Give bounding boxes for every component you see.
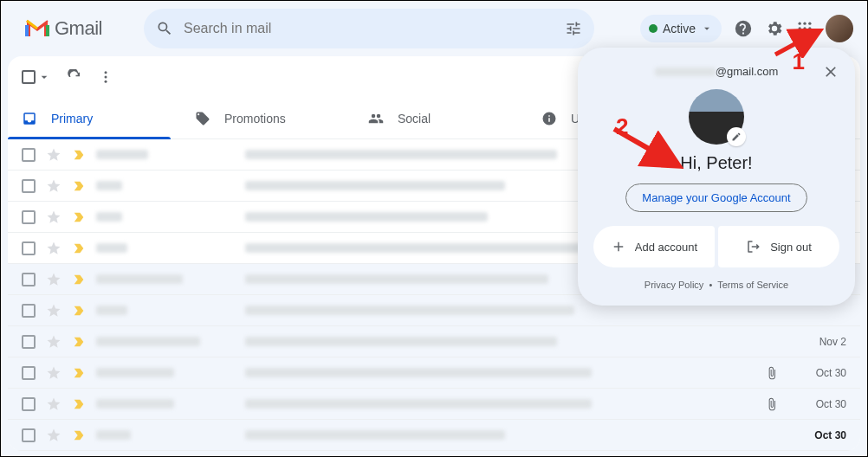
signout-icon bbox=[746, 239, 761, 254]
account-email: @gmail.com bbox=[655, 63, 778, 79]
sender-cell bbox=[96, 397, 235, 411]
checkbox-icon bbox=[22, 70, 36, 84]
svg-point-10 bbox=[105, 76, 107, 79]
tab-label: Social bbox=[398, 112, 431, 126]
sender-cell bbox=[96, 210, 235, 224]
date-cell: Oct 30 bbox=[794, 367, 846, 379]
row-checkbox[interactable] bbox=[22, 179, 36, 193]
search-bar[interactable] bbox=[144, 9, 594, 48]
important-icon[interactable] bbox=[72, 366, 86, 380]
svg-point-0 bbox=[799, 23, 801, 25]
add-account-button[interactable]: Add account bbox=[593, 226, 715, 267]
caret-down-icon bbox=[37, 70, 51, 84]
important-icon[interactable] bbox=[72, 241, 86, 255]
star-icon[interactable] bbox=[46, 147, 62, 163]
status-chip[interactable]: Active bbox=[640, 15, 722, 42]
tab-social[interactable]: Social bbox=[354, 98, 528, 138]
tab-label: Promotions bbox=[224, 112, 286, 126]
date-cell: Oct 30 bbox=[794, 429, 846, 441]
star-icon[interactable] bbox=[46, 209, 62, 225]
edit-avatar-icon[interactable] bbox=[727, 127, 746, 146]
star-icon[interactable] bbox=[46, 303, 62, 319]
search-icon bbox=[156, 20, 173, 37]
email-row[interactable]: Oct 30 bbox=[8, 420, 860, 451]
sign-out-label: Sign out bbox=[770, 241, 812, 254]
attachment-icon bbox=[765, 397, 779, 411]
tab-primary[interactable]: Primary bbox=[8, 98, 181, 138]
row-checkbox[interactable] bbox=[22, 397, 36, 411]
sender-cell bbox=[96, 428, 235, 442]
more-icon[interactable] bbox=[98, 69, 113, 85]
email-row[interactable]: Oct 30 bbox=[8, 357, 860, 389]
annotation-number-2: 2 bbox=[616, 113, 628, 140]
privacy-link[interactable]: Privacy Policy bbox=[645, 280, 703, 290]
star-icon[interactable] bbox=[46, 396, 62, 412]
star-icon[interactable] bbox=[46, 428, 62, 443]
tag-icon bbox=[195, 111, 211, 126]
date-cell: Nov 2 bbox=[794, 336, 846, 348]
email-row[interactable]: Oct 30 bbox=[8, 389, 860, 420]
row-checkbox[interactable] bbox=[22, 210, 36, 224]
svg-point-11 bbox=[105, 80, 107, 83]
gmail-icon bbox=[25, 19, 49, 38]
important-icon[interactable] bbox=[72, 428, 86, 442]
email-row[interactable]: Nov 2 bbox=[8, 326, 860, 357]
active-dot-icon bbox=[649, 24, 657, 33]
important-icon[interactable] bbox=[72, 273, 86, 286]
help-icon[interactable] bbox=[734, 19, 753, 38]
sender-cell bbox=[96, 273, 235, 286]
chevron-down-icon bbox=[701, 23, 713, 35]
close-icon[interactable] bbox=[822, 63, 839, 80]
row-checkbox[interactable] bbox=[22, 241, 36, 255]
important-icon[interactable] bbox=[72, 304, 86, 318]
row-checkbox[interactable] bbox=[22, 335, 36, 349]
star-icon[interactable] bbox=[46, 178, 62, 194]
tab-label: Primary bbox=[51, 112, 93, 126]
tune-icon[interactable] bbox=[565, 20, 582, 37]
annotation-number-1: 1 bbox=[793, 48, 805, 75]
subject-cell bbox=[245, 366, 755, 380]
manage-account-button[interactable]: Manage your Google Account bbox=[625, 183, 806, 212]
search-input[interactable] bbox=[184, 21, 554, 36]
row-checkbox[interactable] bbox=[22, 273, 36, 286]
important-icon[interactable] bbox=[72, 335, 86, 349]
gmail-logo[interactable]: Gmail bbox=[25, 17, 102, 40]
row-checkbox[interactable] bbox=[22, 148, 36, 162]
star-icon[interactable] bbox=[46, 365, 62, 381]
row-checkbox[interactable] bbox=[22, 428, 36, 442]
star-icon[interactable] bbox=[46, 241, 62, 256]
sender-cell bbox=[96, 335, 235, 349]
svg-point-9 bbox=[105, 71, 107, 74]
star-icon[interactable] bbox=[46, 272, 62, 287]
tab-promotions[interactable]: Promotions bbox=[181, 98, 354, 138]
people-icon bbox=[368, 111, 384, 126]
subject-cell bbox=[245, 335, 784, 349]
subject-cell bbox=[245, 428, 784, 442]
select-all[interactable] bbox=[22, 70, 51, 84]
row-checkbox[interactable] bbox=[22, 366, 36, 380]
sender-cell bbox=[96, 366, 235, 380]
svg-point-1 bbox=[803, 23, 806, 25]
info-icon bbox=[541, 111, 557, 126]
profile-avatar[interactable] bbox=[689, 89, 744, 145]
star-icon[interactable] bbox=[46, 334, 62, 350]
sender-cell bbox=[96, 179, 235, 193]
important-icon[interactable] bbox=[72, 397, 86, 411]
important-icon[interactable] bbox=[72, 210, 86, 224]
account-popup: @gmail.com Hi, Peter! Manage your Google… bbox=[578, 48, 855, 306]
subject-cell bbox=[245, 397, 755, 411]
refresh-icon[interactable] bbox=[67, 69, 82, 85]
plus-icon bbox=[611, 239, 626, 254]
important-icon[interactable] bbox=[72, 148, 86, 162]
sender-cell bbox=[96, 241, 235, 255]
legal-links: Privacy Policy • Terms of Service bbox=[593, 280, 839, 290]
sender-cell bbox=[96, 148, 235, 162]
terms-link[interactable]: Terms of Service bbox=[717, 280, 788, 290]
attachment-icon bbox=[765, 366, 779, 380]
row-checkbox[interactable] bbox=[22, 304, 36, 318]
sign-out-button[interactable]: Sign out bbox=[718, 226, 839, 267]
status-label: Active bbox=[663, 22, 696, 35]
important-icon[interactable] bbox=[72, 179, 86, 193]
account-avatar[interactable] bbox=[826, 15, 853, 42]
sender-cell bbox=[96, 304, 235, 318]
